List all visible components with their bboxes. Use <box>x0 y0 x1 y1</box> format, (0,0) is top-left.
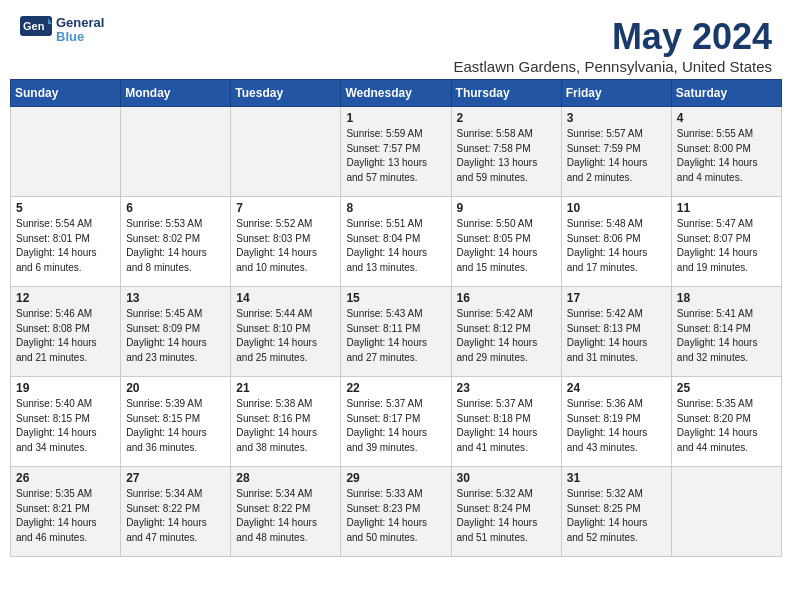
day-number: 19 <box>16 381 115 395</box>
day-info: Sunrise: 5:33 AM Sunset: 8:23 PM Dayligh… <box>346 487 445 545</box>
table-row: 24Sunrise: 5:36 AM Sunset: 8:19 PM Dayli… <box>561 377 671 467</box>
header-saturday: Saturday <box>671 80 781 107</box>
table-row <box>121 107 231 197</box>
day-number: 18 <box>677 291 776 305</box>
day-number: 13 <box>126 291 225 305</box>
day-info: Sunrise: 5:34 AM Sunset: 8:22 PM Dayligh… <box>126 487 225 545</box>
table-row: 22Sunrise: 5:37 AM Sunset: 8:17 PM Dayli… <box>341 377 451 467</box>
logo-icon: Gen <box>20 16 52 44</box>
day-info: Sunrise: 5:35 AM Sunset: 8:21 PM Dayligh… <box>16 487 115 545</box>
day-info: Sunrise: 5:47 AM Sunset: 8:07 PM Dayligh… <box>677 217 776 275</box>
calendar-header: Sunday Monday Tuesday Wednesday Thursday… <box>11 80 782 107</box>
page-header: Gen General Blue May 2024 Eastlawn Garde… <box>0 0 792 79</box>
table-row: 1Sunrise: 5:59 AM Sunset: 7:57 PM Daylig… <box>341 107 451 197</box>
table-row: 13Sunrise: 5:45 AM Sunset: 8:09 PM Dayli… <box>121 287 231 377</box>
day-number: 8 <box>346 201 445 215</box>
header-tuesday: Tuesday <box>231 80 341 107</box>
day-number: 12 <box>16 291 115 305</box>
table-row: 9Sunrise: 5:50 AM Sunset: 8:05 PM Daylig… <box>451 197 561 287</box>
table-row: 19Sunrise: 5:40 AM Sunset: 8:15 PM Dayli… <box>11 377 121 467</box>
table-row: 6Sunrise: 5:53 AM Sunset: 8:02 PM Daylig… <box>121 197 231 287</box>
day-number: 27 <box>126 471 225 485</box>
header-wednesday: Wednesday <box>341 80 451 107</box>
day-info: Sunrise: 5:35 AM Sunset: 8:20 PM Dayligh… <box>677 397 776 455</box>
table-row: 2Sunrise: 5:58 AM Sunset: 7:58 PM Daylig… <box>451 107 561 197</box>
table-row: 18Sunrise: 5:41 AM Sunset: 8:14 PM Dayli… <box>671 287 781 377</box>
svg-text:Gen: Gen <box>23 20 45 32</box>
table-row: 20Sunrise: 5:39 AM Sunset: 8:15 PM Dayli… <box>121 377 231 467</box>
table-row: 11Sunrise: 5:47 AM Sunset: 8:07 PM Dayli… <box>671 197 781 287</box>
day-info: Sunrise: 5:38 AM Sunset: 8:16 PM Dayligh… <box>236 397 335 455</box>
title-block: May 2024 Eastlawn Gardens, Pennsylvania,… <box>453 16 772 75</box>
day-info: Sunrise: 5:57 AM Sunset: 7:59 PM Dayligh… <box>567 127 666 185</box>
day-number: 25 <box>677 381 776 395</box>
table-row: 15Sunrise: 5:43 AM Sunset: 8:11 PM Dayli… <box>341 287 451 377</box>
logo-text-2: Blue <box>56 30 104 44</box>
day-info: Sunrise: 5:37 AM Sunset: 8:18 PM Dayligh… <box>457 397 556 455</box>
day-number: 20 <box>126 381 225 395</box>
day-info: Sunrise: 5:52 AM Sunset: 8:03 PM Dayligh… <box>236 217 335 275</box>
day-info: Sunrise: 5:36 AM Sunset: 8:19 PM Dayligh… <box>567 397 666 455</box>
day-info: Sunrise: 5:58 AM Sunset: 7:58 PM Dayligh… <box>457 127 556 185</box>
table-row: 5Sunrise: 5:54 AM Sunset: 8:01 PM Daylig… <box>11 197 121 287</box>
day-info: Sunrise: 5:37 AM Sunset: 8:17 PM Dayligh… <box>346 397 445 455</box>
table-row: 4Sunrise: 5:55 AM Sunset: 8:00 PM Daylig… <box>671 107 781 197</box>
table-row: 12Sunrise: 5:46 AM Sunset: 8:08 PM Dayli… <box>11 287 121 377</box>
day-number: 16 <box>457 291 556 305</box>
calendar-container: Sunday Monday Tuesday Wednesday Thursday… <box>0 79 792 567</box>
table-row: 23Sunrise: 5:37 AM Sunset: 8:18 PM Dayli… <box>451 377 561 467</box>
table-row: 21Sunrise: 5:38 AM Sunset: 8:16 PM Dayli… <box>231 377 341 467</box>
day-info: Sunrise: 5:42 AM Sunset: 8:12 PM Dayligh… <box>457 307 556 365</box>
day-info: Sunrise: 5:34 AM Sunset: 8:22 PM Dayligh… <box>236 487 335 545</box>
day-number: 21 <box>236 381 335 395</box>
day-number: 15 <box>346 291 445 305</box>
day-info: Sunrise: 5:46 AM Sunset: 8:08 PM Dayligh… <box>16 307 115 365</box>
day-info: Sunrise: 5:53 AM Sunset: 8:02 PM Dayligh… <box>126 217 225 275</box>
table-row <box>11 107 121 197</box>
table-row: 29Sunrise: 5:33 AM Sunset: 8:23 PM Dayli… <box>341 467 451 557</box>
day-info: Sunrise: 5:54 AM Sunset: 8:01 PM Dayligh… <box>16 217 115 275</box>
day-info: Sunrise: 5:40 AM Sunset: 8:15 PM Dayligh… <box>16 397 115 455</box>
day-number: 6 <box>126 201 225 215</box>
table-row <box>671 467 781 557</box>
day-number: 31 <box>567 471 666 485</box>
day-number: 26 <box>16 471 115 485</box>
day-number: 23 <box>457 381 556 395</box>
day-info: Sunrise: 5:45 AM Sunset: 8:09 PM Dayligh… <box>126 307 225 365</box>
day-number: 22 <box>346 381 445 395</box>
day-info: Sunrise: 5:44 AM Sunset: 8:10 PM Dayligh… <box>236 307 335 365</box>
day-number: 10 <box>567 201 666 215</box>
day-number: 7 <box>236 201 335 215</box>
table-row: 3Sunrise: 5:57 AM Sunset: 7:59 PM Daylig… <box>561 107 671 197</box>
header-friday: Friday <box>561 80 671 107</box>
day-number: 17 <box>567 291 666 305</box>
table-row <box>231 107 341 197</box>
day-number: 4 <box>677 111 776 125</box>
day-info: Sunrise: 5:41 AM Sunset: 8:14 PM Dayligh… <box>677 307 776 365</box>
day-info: Sunrise: 5:43 AM Sunset: 8:11 PM Dayligh… <box>346 307 445 365</box>
day-number: 2 <box>457 111 556 125</box>
location-title: Eastlawn Gardens, Pennsylvania, United S… <box>453 58 772 75</box>
table-row: 26Sunrise: 5:35 AM Sunset: 8:21 PM Dayli… <box>11 467 121 557</box>
day-number: 1 <box>346 111 445 125</box>
day-number: 24 <box>567 381 666 395</box>
table-row: 10Sunrise: 5:48 AM Sunset: 8:06 PM Dayli… <box>561 197 671 287</box>
table-row: 25Sunrise: 5:35 AM Sunset: 8:20 PM Dayli… <box>671 377 781 467</box>
day-number: 3 <box>567 111 666 125</box>
day-info: Sunrise: 5:32 AM Sunset: 8:25 PM Dayligh… <box>567 487 666 545</box>
day-number: 30 <box>457 471 556 485</box>
table-row: 28Sunrise: 5:34 AM Sunset: 8:22 PM Dayli… <box>231 467 341 557</box>
logo: Gen General Blue <box>20 16 104 45</box>
header-sunday: Sunday <box>11 80 121 107</box>
day-info: Sunrise: 5:59 AM Sunset: 7:57 PM Dayligh… <box>346 127 445 185</box>
table-row: 31Sunrise: 5:32 AM Sunset: 8:25 PM Dayli… <box>561 467 671 557</box>
month-title: May 2024 <box>453 16 772 58</box>
day-info: Sunrise: 5:50 AM Sunset: 8:05 PM Dayligh… <box>457 217 556 275</box>
day-info: Sunrise: 5:32 AM Sunset: 8:24 PM Dayligh… <box>457 487 556 545</box>
day-number: 28 <box>236 471 335 485</box>
day-info: Sunrise: 5:55 AM Sunset: 8:00 PM Dayligh… <box>677 127 776 185</box>
day-info: Sunrise: 5:39 AM Sunset: 8:15 PM Dayligh… <box>126 397 225 455</box>
day-info: Sunrise: 5:42 AM Sunset: 8:13 PM Dayligh… <box>567 307 666 365</box>
day-number: 5 <box>16 201 115 215</box>
table-row: 14Sunrise: 5:44 AM Sunset: 8:10 PM Dayli… <box>231 287 341 377</box>
